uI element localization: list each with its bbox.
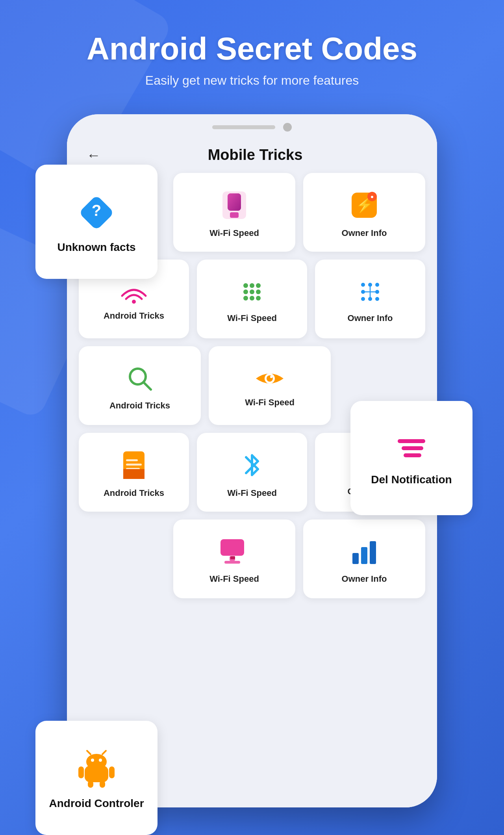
eye-orange-icon bbox=[254, 367, 285, 390]
android-controler-label: Android Controler bbox=[49, 797, 144, 810]
svg-rect-47 bbox=[352, 553, 359, 564]
svg-point-20 bbox=[375, 283, 379, 287]
svg-point-57 bbox=[91, 759, 94, 762]
svg-point-13 bbox=[250, 289, 254, 294]
page-subtitle: Easily get new tricks for more features bbox=[24, 73, 480, 88]
card-unknown-facts[interactable]: ? Unknown facts bbox=[35, 165, 158, 279]
bluetooth-blue-icon bbox=[240, 449, 264, 481]
android-robot-icon bbox=[77, 749, 116, 789]
owner-info-orange-icon: ⚡ ● bbox=[348, 189, 380, 221]
svg-rect-61 bbox=[78, 766, 84, 778]
svg-rect-54 bbox=[404, 453, 421, 457]
phone-mockup: ← Mobile Tricks bbox=[67, 114, 437, 807]
svg-point-25 bbox=[375, 297, 379, 301]
svg-text:?: ? bbox=[92, 202, 101, 219]
wifi-speed-1-label: Wi-Fi Speed bbox=[209, 228, 259, 238]
svg-point-11 bbox=[256, 283, 261, 288]
wifi-speed-pink-icon bbox=[220, 189, 248, 221]
card-android-controler[interactable]: Android Controler bbox=[35, 721, 158, 835]
svg-point-32 bbox=[270, 376, 272, 378]
svg-line-29 bbox=[144, 382, 151, 390]
svg-rect-49 bbox=[370, 541, 376, 564]
svg-line-59 bbox=[87, 751, 91, 754]
owner-info-2-label: Owner Info bbox=[348, 313, 393, 323]
wifi-speed-3-label: Wi-Fi Speed bbox=[245, 397, 295, 408]
phone-topbar bbox=[67, 114, 437, 139]
wifi-pink-waves-icon bbox=[118, 280, 150, 304]
owner-info-1-label: Owner Info bbox=[342, 228, 387, 238]
wifi-speed-4-label: Wi-Fi Speed bbox=[227, 488, 277, 498]
del-notification-label: Del Notification bbox=[371, 473, 452, 486]
svg-point-56 bbox=[86, 754, 107, 770]
svg-rect-53 bbox=[402, 446, 423, 450]
svg-point-17 bbox=[256, 296, 261, 301]
card-wifi-speed-5[interactable]: Wi-Fi Speed bbox=[173, 520, 295, 598]
owner-info-4-label: Owner Info bbox=[342, 574, 387, 584]
wifi-speed-green-dots-icon bbox=[238, 278, 266, 306]
card-del-notification[interactable]: Del Notification bbox=[350, 401, 472, 515]
unknown-facts-label: Unknown facts bbox=[57, 241, 135, 254]
svg-text:●: ● bbox=[371, 193, 374, 200]
svg-rect-45 bbox=[224, 561, 240, 564]
svg-rect-3 bbox=[230, 212, 239, 218]
svg-rect-63 bbox=[88, 781, 93, 788]
svg-point-9 bbox=[243, 283, 248, 288]
svg-point-58 bbox=[99, 759, 102, 762]
android-tricks-1-label: Android Tricks bbox=[104, 311, 164, 321]
svg-point-23 bbox=[361, 297, 365, 301]
card-owner-info-2[interactable]: Owner Info bbox=[315, 260, 425, 338]
svg-rect-52 bbox=[398, 439, 425, 443]
svg-line-60 bbox=[102, 751, 106, 754]
card-wifi-speed-1[interactable]: Wi-Fi Speed bbox=[173, 173, 295, 252]
file-orange-icon bbox=[120, 449, 148, 481]
svg-rect-48 bbox=[361, 547, 367, 564]
chart-blue-icon bbox=[348, 537, 380, 567]
svg-point-14 bbox=[256, 289, 261, 294]
card-android-tricks-3[interactable]: Android Tricks bbox=[79, 433, 189, 512]
wifi-speed-2-label: Wi-Fi Speed bbox=[227, 313, 277, 323]
card-wifi-speed-2[interactable]: Wi-Fi Speed bbox=[197, 260, 307, 338]
svg-rect-34 bbox=[126, 459, 138, 461]
grid-row-5: Wi-Fi Speed Owner Info bbox=[79, 520, 425, 598]
card-wifi-speed-4[interactable]: Wi-Fi Speed bbox=[197, 433, 307, 512]
svg-rect-64 bbox=[100, 781, 105, 788]
svg-rect-2 bbox=[228, 193, 241, 211]
owner-info-blue-dots-icon bbox=[356, 278, 384, 306]
card-owner-info-4[interactable]: Owner Info bbox=[303, 520, 425, 598]
camera-dot bbox=[283, 123, 292, 132]
back-button[interactable]: ← bbox=[87, 147, 101, 163]
monitor-pink-icon bbox=[219, 537, 250, 567]
card-android-tricks-2[interactable]: Android Tricks bbox=[79, 346, 201, 425]
notch-bar bbox=[212, 125, 275, 129]
question-diamond-icon: ? bbox=[77, 193, 116, 232]
android-tricks-2-label: Android Tricks bbox=[109, 401, 170, 411]
svg-rect-62 bbox=[109, 766, 115, 778]
header-section: Android Secret Codes Easily get new tric… bbox=[0, 0, 504, 104]
svg-point-16 bbox=[250, 296, 254, 301]
svg-point-12 bbox=[243, 289, 248, 294]
del-notification-icon bbox=[394, 433, 429, 465]
wifi-speed-5-label: Wi-Fi Speed bbox=[209, 574, 259, 584]
search-green-icon bbox=[125, 364, 155, 393]
app-title: Mobile Tricks bbox=[109, 147, 402, 163]
svg-point-8 bbox=[132, 300, 136, 304]
card-wifi-speed-3[interactable]: Wi-Fi Speed bbox=[209, 346, 331, 425]
svg-rect-37 bbox=[123, 469, 145, 479]
svg-point-10 bbox=[250, 283, 254, 288]
android-tricks-3-label: Android Tricks bbox=[104, 488, 164, 498]
svg-point-15 bbox=[243, 296, 248, 301]
svg-point-18 bbox=[361, 283, 365, 287]
page-title: Android Secret Codes bbox=[24, 32, 480, 66]
svg-rect-43 bbox=[220, 539, 244, 556]
svg-rect-46 bbox=[230, 556, 235, 559]
svg-rect-35 bbox=[126, 464, 142, 466]
card-owner-info-1[interactable]: ⚡ ● Owner Info bbox=[303, 173, 425, 252]
